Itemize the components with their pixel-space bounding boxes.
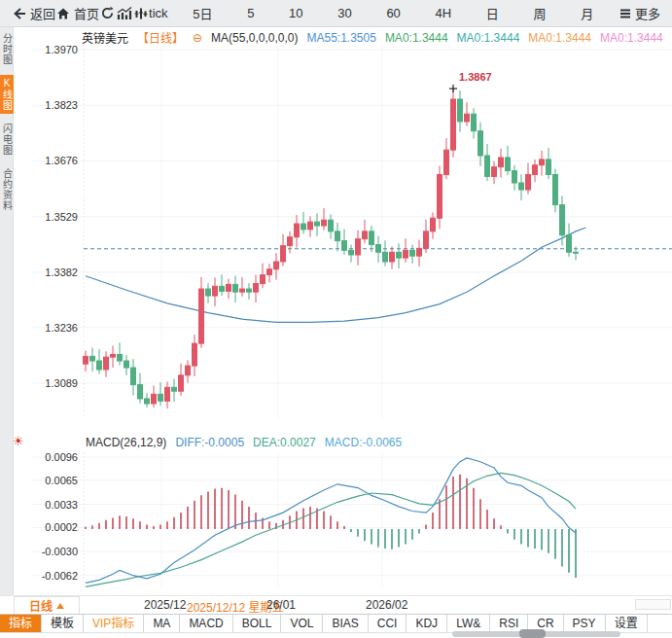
macd-axis-tick: 0.0002 <box>45 521 78 533</box>
sidebar-item-kline[interactable]: K线图 <box>0 75 14 114</box>
x-axis-label: 2025/12 <box>144 598 186 612</box>
macd-histogram <box>86 475 576 578</box>
main-legend-item-7: MA0:1.3444 <box>528 31 591 45</box>
macd-legend: MACD(26,12,9)DIFF:-0.0005DEA:0.0027MACD:… <box>86 436 402 449</box>
price-axis-tick: 1.3382 <box>45 266 78 278</box>
ma55-line <box>86 228 586 322</box>
period-button-5[interactable]: 5 <box>247 6 254 20</box>
main-chart-legend: 英镑美元【日线】⊖MA(55,0,0,0,0,0)MA55:1.3505MA0:… <box>82 29 663 46</box>
bottom-tab-PSY[interactable]: PSY <box>564 615 606 632</box>
main-legend-item-5: MA0:1.3444 <box>385 31 448 45</box>
home-icon <box>55 6 71 21</box>
main-legend-item-8: MA0:1.3444 <box>600 31 663 45</box>
price-axis-tick: 1.3970 <box>45 44 78 55</box>
high-price-label: 1.3867 <box>459 71 492 83</box>
chart-area: 1.39701.38231.36761.35291.33821.32361.30… <box>14 27 672 595</box>
bar-chart-icon <box>116 6 133 21</box>
price-axis-tick: 1.3236 <box>45 322 78 334</box>
x-axis-row: 日线 2025/12 2025/12/12 星期五 26/01 2026/02 <box>0 595 672 614</box>
home-button[interactable]: 首页 <box>55 4 99 22</box>
period-buttons-group: 5日51030604H日周月 <box>174 4 613 22</box>
volume-bars-icon <box>133 6 149 21</box>
bottom-tab-BOLL[interactable]: BOLL <box>233 615 282 632</box>
more-label: 更多 <box>635 4 660 22</box>
main-legend-item-2: ⊖ <box>193 31 202 45</box>
period-button-30[interactable]: 30 <box>337 6 351 20</box>
period-button-月[interactable]: 月 <box>581 4 593 22</box>
macd-legend-item-2: DEA:0.0027 <box>253 436 316 449</box>
bottom-tab-指标[interactable]: 指标 <box>0 615 42 632</box>
hamburger-icon <box>619 7 632 20</box>
period-button-周[interactable]: 周 <box>534 4 547 22</box>
bottom-tab-VIP指标[interactable]: VIP指标 <box>84 615 144 632</box>
grid-lines <box>31 45 672 589</box>
bottom-tab-LW&[interactable]: LW& <box>447 615 490 632</box>
macd-legend-item-0: MACD(26,12,9) <box>86 436 166 449</box>
candlestick-macd-chart[interactable]: 1.39701.38231.36761.35291.33821.32361.30… <box>14 27 672 595</box>
more-button[interactable]: 更多 <box>619 4 660 22</box>
home-label: 首页 <box>74 4 99 22</box>
macd-axis-tick: 0.0033 <box>45 499 78 511</box>
period-selector-label: 日线 <box>29 597 53 614</box>
back-button[interactable]: 返回 <box>12 4 55 22</box>
bottom-tab-VOL[interactable]: VOL <box>281 615 323 632</box>
bottom-tab-MACD[interactable]: MACD <box>180 615 232 632</box>
bottom-tab-模板[interactable]: 模板 <box>42 615 84 632</box>
macd-legend-item-1: DIFF:-0.0005 <box>175 436 244 449</box>
price-axis-tick: 1.3676 <box>45 155 78 166</box>
volume-style-button[interactable] <box>133 6 149 21</box>
period-selector-button[interactable]: 日线 <box>14 596 80 615</box>
top-toolbar: 返回 首页 tick 5日51030604H日周月 <box>0 0 672 27</box>
tick-period-button[interactable]: tick <box>149 6 168 20</box>
period-button-60[interactable]: 60 <box>386 6 400 20</box>
main-legend-item-6: MA0:1.3444 <box>457 31 520 45</box>
sidebar-item-lightning[interactable]: 闪电图 <box>0 121 14 159</box>
sidebar-item-contract-info[interactable]: 合约资料 <box>0 165 14 214</box>
bottom-tab-CCI[interactable]: CCI <box>369 615 407 632</box>
bottom-tab-MA[interactable]: MA <box>144 615 180 632</box>
period-button-10[interactable]: 10 <box>289 6 302 20</box>
price-axis-tick: 1.3529 <box>45 211 78 223</box>
bottom-tab-KDJ[interactable]: KDJ <box>407 615 447 632</box>
brightness-icon[interactable]: ☀ <box>13 434 24 448</box>
refresh-button[interactable] <box>99 5 116 21</box>
period-button-5日[interactable]: 5日 <box>193 4 212 22</box>
period-button-日[interactable]: 日 <box>486 4 499 22</box>
main-price-panel: 1.39701.38231.36761.35291.33821.32361.30… <box>45 44 672 408</box>
macd-axis-tick: -0.0062 <box>42 570 78 582</box>
refresh-icon <box>99 5 116 21</box>
sidebar-item-timeshare[interactable]: 分时图 <box>0 30 14 68</box>
main-legend-item-1: 【日线】 <box>137 29 184 46</box>
price-axis-tick: 1.3089 <box>45 377 78 389</box>
chart-type-button[interactable] <box>116 6 133 21</box>
tick-label: tick <box>149 6 168 20</box>
macd-axis-tick: 0.0065 <box>45 475 78 486</box>
back-label: 返回 <box>30 4 55 22</box>
main-legend-item-0: 英镑美元 <box>82 29 128 46</box>
macd-axis-tick: 0.0096 <box>45 451 78 463</box>
dea-line <box>86 473 576 586</box>
bottom-tab-设置[interactable]: 设置 <box>606 615 648 632</box>
x-axis-label: 2026/02 <box>366 598 407 612</box>
left-sidebar: 分时图 K线图 闪电图 合约资料 <box>0 27 14 595</box>
macd-panel: 0.00960.00650.00330.0002-0.0030-0.0062 <box>42 451 576 586</box>
macd-legend-item-3: MACD:-0.0065 <box>325 436 402 449</box>
trading-app-window: 返回 首页 tick 5日51030604H日周月 <box>0 0 672 638</box>
scroll-end-box <box>635 599 671 610</box>
indicator-tab-bar: 指标模板VIP指标MAMACDBOLLVOLBIASCCIKDJLW&RSICR… <box>0 614 672 633</box>
triangle-up-icon <box>56 603 64 609</box>
main-legend-item-4: MA55:1.3505 <box>306 31 375 45</box>
macd-axis-tick: -0.0030 <box>42 546 78 557</box>
back-arrow-icon <box>12 6 27 21</box>
period-button-4H[interactable]: 4H <box>436 6 452 20</box>
x-axis-label: 26/01 <box>266 598 296 612</box>
main-legend-item-3: MA(55,0,0,0,0,0) <box>211 31 298 45</box>
scrollbar-thumb[interactable] <box>519 629 546 638</box>
bottom-tab-BIAS[interactable]: BIAS <box>323 615 368 632</box>
price-axis-tick: 1.3823 <box>45 99 78 111</box>
